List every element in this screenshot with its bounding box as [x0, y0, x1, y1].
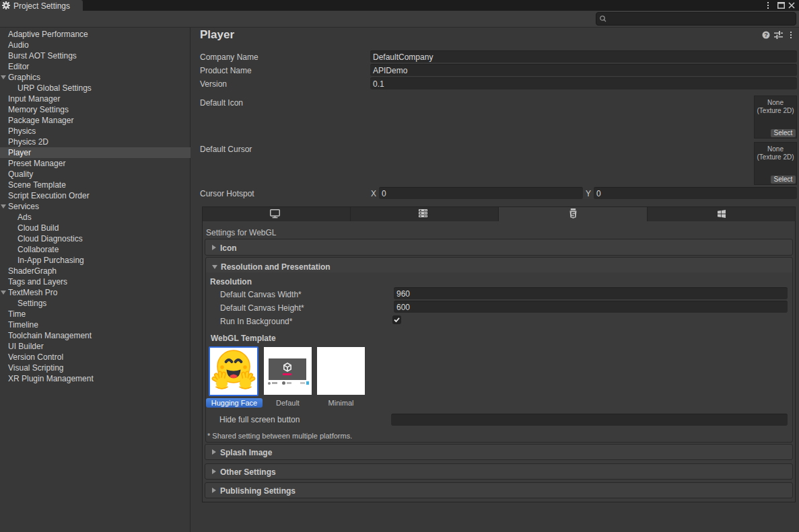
svg-text:?: ?: [764, 32, 768, 38]
